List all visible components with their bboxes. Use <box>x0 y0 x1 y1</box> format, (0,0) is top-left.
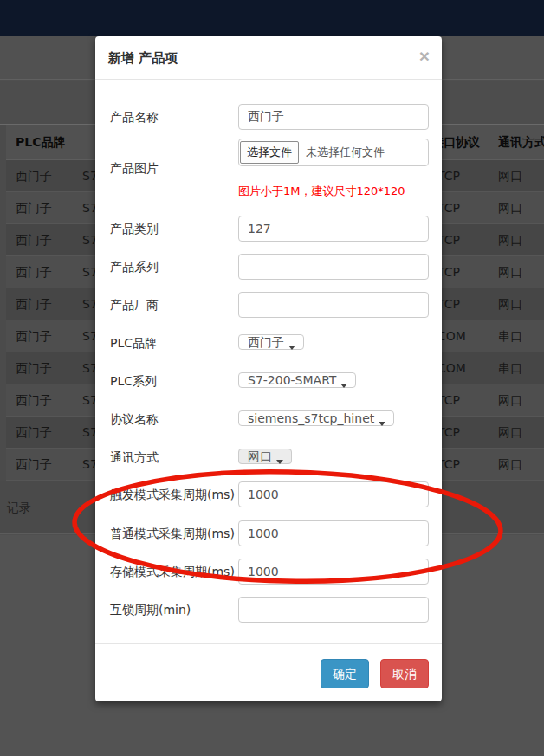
product-vendor-label: 产品厂商 <box>110 292 238 318</box>
cell-comm-method: 网口 <box>498 192 522 223</box>
top-navbar <box>0 0 544 36</box>
cell-plc-brand: 西门子 <box>16 256 52 288</box>
plc-series-value: S7-200-SMART <box>248 373 336 387</box>
comm-method-value: 网口 <box>248 449 272 463</box>
product-name-field: 产品名称 <box>110 104 429 130</box>
product-vendor-input[interactable] <box>238 292 429 318</box>
cell-plc-brand: 西门子 <box>16 449 52 480</box>
protocol-name-value: siemens_s7tcp_hinet <box>248 411 374 425</box>
plc-series-select[interactable]: S7-200-SMART <box>238 372 356 388</box>
cell-plc-brand: 西门子 <box>16 352 52 384</box>
protocol-name-select[interactable]: siemens_s7tcp_hinet <box>238 410 394 426</box>
product-name-input[interactable] <box>238 104 429 130</box>
product-series-input[interactable] <box>238 254 429 280</box>
cell-plc-brand: 西门子 <box>16 160 52 191</box>
cell-comm-method: 串口 <box>498 320 522 352</box>
product-category-label: 产品类别 <box>110 216 238 242</box>
close-icon[interactable]: × <box>419 47 430 65</box>
product-series-field: 产品系列 <box>110 254 429 280</box>
storage-mode-cycle-label: 存储模式采集周期(ms) <box>110 559 238 585</box>
image-size-hint: 图片小于1M，建议尺寸120*120 <box>238 184 429 199</box>
records-count-text: 记录 <box>7 481 31 534</box>
file-input[interactable]: 选择文件 未选择任何文件 <box>238 139 429 166</box>
add-product-modal: 新增 产品项 × 产品名称 产品图片 选择文件 未选择任何文件 图片小于1M，建… <box>95 36 442 701</box>
modal-body: 产品名称 产品图片 选择文件 未选择任何文件 图片小于1M，建议尺寸120*12… <box>95 80 442 623</box>
cell-plc-brand: 西门子 <box>16 320 52 352</box>
cell-comm-method: 网口 <box>498 449 522 480</box>
chevron-down-icon <box>288 346 295 350</box>
trigger-mode-cycle-field: 触发模式采集周期(ms) <box>110 481 429 507</box>
cell-comm-method: 网口 <box>498 288 522 320</box>
normal-mode-cycle-input[interactable] <box>238 520 429 546</box>
cell-plc-brand: 西门子 <box>16 384 52 416</box>
file-chosen-text: 未选择任何文件 <box>306 145 385 160</box>
cell-comm-method: 网口 <box>498 224 522 255</box>
product-image-label: 产品图片 <box>110 161 238 177</box>
protocol-name-label: 协议名称 <box>110 406 238 432</box>
cell-plc-brand: 西门子 <box>16 192 52 223</box>
storage-mode-cycle-field: 存储模式采集周期(ms) <box>110 559 429 585</box>
interlock-cycle-input[interactable] <box>238 597 429 623</box>
trigger-mode-cycle-label: 触发模式采集周期(ms) <box>110 481 238 507</box>
choose-file-button[interactable]: 选择文件 <box>240 141 299 164</box>
normal-mode-cycle-field: 普通模式采集周期(ms) <box>110 520 429 546</box>
cancel-button[interactable]: 取消 <box>380 659 429 688</box>
plc-series-label: PLC系列 <box>110 368 238 394</box>
cell-comm-method: 网口 <box>498 417 522 448</box>
comm-method-select: 网口 <box>238 449 292 464</box>
product-name-label: 产品名称 <box>110 104 238 130</box>
product-vendor-field: 产品厂商 <box>110 292 429 318</box>
normal-mode-cycle-label: 普通模式采集周期(ms) <box>110 520 238 546</box>
chevron-down-icon <box>276 460 283 464</box>
storage-mode-cycle-input[interactable] <box>238 559 429 585</box>
interlock-cycle-field: 互锁周期(min) <box>110 597 429 623</box>
plc-brand-label: PLC品牌 <box>110 330 238 356</box>
cell-comm-method: 串口 <box>498 352 522 384</box>
page: PLC品牌 接口协议 通讯方式 西门子 S7- TCP 网口 西门子 S7- T… <box>0 0 544 756</box>
cell-comm-method: 网口 <box>498 384 522 416</box>
protocol-name-field: 协议名称 siemens_s7tcp_hinet <box>110 406 429 432</box>
product-series-label: 产品系列 <box>110 254 238 280</box>
chevron-down-icon <box>379 422 385 426</box>
product-image-field: 产品图片 选择文件 未选择任何文件 图片小于1M，建议尺寸120*120 <box>110 139 429 199</box>
plc-series-field: PLC系列 S7-200-SMART <box>110 368 429 394</box>
column-header-comm-method: 通讯方式 <box>498 125 544 160</box>
plc-brand-select[interactable]: 西门子 <box>238 334 304 350</box>
plc-brand-field: PLC品牌 西门子 <box>110 330 429 356</box>
cell-plc-brand: 西门子 <box>16 224 52 255</box>
comm-method-label: 通讯方式 <box>110 444 238 470</box>
plc-brand-value: 西门子 <box>248 335 284 349</box>
modal-header: 新增 产品项 × <box>95 36 442 80</box>
cell-plc-brand: 西门子 <box>16 417 52 448</box>
comm-method-field: 通讯方式 网口 <box>110 444 429 470</box>
interlock-cycle-label: 互锁周期(min) <box>110 597 238 623</box>
column-header-plc-brand: PLC品牌 <box>16 125 65 160</box>
chevron-down-icon <box>340 384 347 388</box>
modal-footer: 确定 取消 <box>95 643 442 701</box>
trigger-mode-cycle-input[interactable] <box>238 481 429 507</box>
cell-comm-method: 网口 <box>498 256 522 288</box>
cell-plc-brand: 西门子 <box>16 288 52 320</box>
modal-title: 新增 产品项 <box>108 50 178 66</box>
product-category-field: 产品类别 <box>110 216 429 242</box>
confirm-button[interactable]: 确定 <box>321 659 369 688</box>
cell-comm-method: 网口 <box>498 160 522 191</box>
product-category-input[interactable] <box>238 216 429 242</box>
